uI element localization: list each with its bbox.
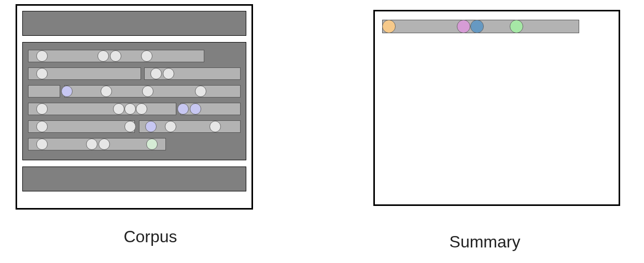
token-dot [36,68,48,79]
sentence-bar [28,85,60,98]
token-dot [145,121,157,132]
corpus-sentence-row [28,66,241,82]
token-dot [36,50,48,62]
token-dot [36,139,48,150]
corpus-sentence-row [28,102,241,117]
summary-sentence-row [380,20,613,34]
token-dot [163,68,174,79]
token-dot [113,103,124,115]
token-dot [141,50,152,62]
summary-token-dot [470,20,484,33]
token-dot [61,86,73,97]
summary-label: Summary [433,232,537,252]
token-dot [110,50,121,62]
token-dot [136,103,147,115]
token-dot [165,121,176,132]
summary-token-dot [457,20,470,33]
token-dot [177,103,189,115]
token-dot [195,86,206,97]
corpus-panel [16,4,253,210]
token-dot [101,86,112,97]
token-dot [146,139,158,150]
token-dot [142,86,153,97]
summary-token-dot [510,20,523,33]
token-dot [86,139,97,150]
summary-panel [373,10,620,206]
corpus-footer-band [22,167,246,191]
token-dot [36,121,48,132]
token-dot [190,103,201,115]
token-dot [99,139,110,150]
corpus-header-band [22,11,246,36]
summary-token-dot [382,20,396,33]
token-dot [97,50,109,62]
corpus-sentence-row [28,49,241,64]
sentence-bar [28,103,176,115]
corpus-body-band [22,42,246,160]
token-dot [36,103,48,115]
token-dot [124,103,136,115]
corpus-label: Corpus [99,227,202,246]
token-dot [150,68,162,79]
token-dot [124,121,136,132]
corpus-sentence-row [28,119,241,135]
corpus-sentence-row [28,137,241,153]
corpus-sentence-row [28,84,241,100]
token-dot [209,121,221,132]
